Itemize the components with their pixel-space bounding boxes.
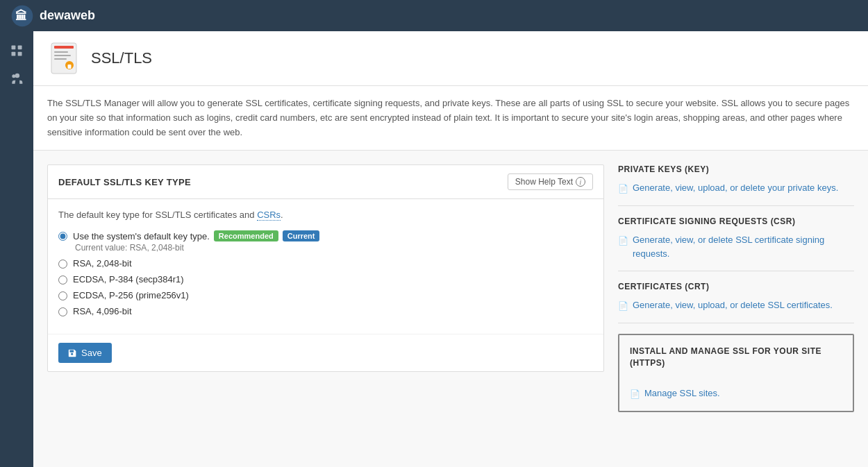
csr-link-text: Generate, view, or delete SSL certificat…	[633, 233, 854, 260]
right-section-install-ssl: INSTALL AND MANAGE SSL FOR YOUR SITE (HT…	[618, 334, 854, 412]
sidebar	[0, 31, 33, 467]
radio-input-ecdsa256[interactable]	[58, 291, 67, 300]
radio-input-rsa4096[interactable]	[58, 307, 67, 316]
main-content: SSL/TLS The SSL/TLS Manager will allow y…	[33, 31, 868, 467]
right-section-crt: CERTIFICATES (CRT) Generate, view, uploa…	[618, 271, 854, 323]
card-desc-before: The default key type for SSL/TLS certifi…	[58, 210, 257, 220]
radio-text-rsa2048: RSA, 2,048-bit	[73, 258, 132, 269]
radio-label-text-default: Use the system's default key type. Recom…	[73, 230, 319, 241]
crt-title: CERTIFICATES (CRT)	[618, 282, 854, 291]
radio-label-default[interactable]: Use the system's default key type. Recom…	[58, 230, 593, 241]
logo-text: dewaweb	[40, 8, 95, 23]
radio-group: Use the system's default key type. Recom…	[58, 230, 593, 316]
show-help-label: Show Help Text	[515, 177, 573, 187]
radio-option-default: Use the system's default key type. Recom…	[58, 230, 593, 253]
save-icon	[68, 348, 77, 357]
page-title: SSL/TLS	[91, 49, 152, 67]
svg-rect-5	[18, 52, 22, 56]
right-panel: PRIVATE KEYS (KEY) Generate, view, uploa…	[618, 164, 854, 412]
content-area: DEFAULT SSL/TLS KEY TYPE Show Help Text …	[33, 151, 868, 426]
crt-link[interactable]: Generate, view, upload, or delete SSL ce…	[618, 298, 854, 312]
svg-rect-2	[12, 46, 16, 50]
private-keys-title: PRIVATE KEYS (KEY)	[618, 164, 854, 174]
main-panel: DEFAULT SSL/TLS KEY TYPE Show Help Text …	[47, 164, 604, 412]
svg-rect-9	[54, 55, 71, 56]
svg-rect-3	[18, 46, 22, 50]
csr-link[interactable]: CSRs	[257, 210, 281, 221]
svg-text:🏛: 🏛	[15, 8, 27, 22]
svg-rect-7	[54, 46, 74, 49]
badge-current: Current	[283, 230, 320, 241]
card-description: The default key type for SSL/TLS certifi…	[58, 210, 593, 220]
radio-option-rsa2048[interactable]: RSA, 2,048-bit	[58, 258, 593, 269]
sidebar-item-users[interactable]	[4, 67, 29, 92]
save-button[interactable]: Save	[58, 343, 112, 363]
radio-text-ecdsa256: ECDSA, P-256 (prime256v1)	[73, 290, 189, 300]
logo: 🏛 dewaweb	[10, 4, 95, 28]
radio-input-default[interactable]	[58, 232, 67, 241]
card-header: DEFAULT SSL/TLS KEY TYPE Show Help Text …	[48, 165, 603, 199]
default-key-type-card: DEFAULT SSL/TLS KEY TYPE Show Help Text …	[47, 164, 604, 372]
crt-doc-icon	[618, 300, 628, 312]
show-help-button[interactable]: Show Help Text i	[508, 173, 593, 190]
sidebar-item-apps[interactable]	[4, 38, 29, 63]
radio-text-default: Use the system's default key type.	[73, 231, 210, 241]
manage-ssl-doc-icon	[630, 388, 640, 400]
svg-rect-12	[68, 65, 72, 69]
right-section-csr: CERTIFICATE SIGNING REQUESTS (CSR) Gener…	[618, 206, 854, 271]
page-icon	[47, 42, 81, 75]
radio-text-rsa4096: RSA, 4,096-bit	[73, 306, 132, 316]
private-keys-doc-icon	[618, 182, 628, 195]
card-title: DEFAULT SSL/TLS KEY TYPE	[58, 177, 191, 187]
manage-ssl-link-text: Manage SSL sites.	[644, 387, 720, 400]
radio-option-rsa4096[interactable]: RSA, 4,096-bit	[58, 306, 593, 316]
save-label: Save	[81, 348, 102, 358]
card-desc-after: .	[281, 210, 283, 220]
crt-link-text: Generate, view, upload, or delete SSL ce…	[633, 298, 833, 312]
radio-input-rsa2048[interactable]	[58, 260, 67, 269]
private-keys-link[interactable]: Generate, view, upload, or delete your p…	[618, 181, 854, 195]
install-ssl-title: INSTALL AND MANAGE SSL FOR YOUR SITE (HT…	[630, 346, 842, 369]
radio-option-ecdsa256[interactable]: ECDSA, P-256 (prime256v1)	[58, 290, 593, 300]
csr-title: CERTIFICATE SIGNING REQUESTS (CSR)	[618, 216, 854, 226]
card-body: The default key type for SSL/TLS certifi…	[48, 199, 603, 327]
page-description: The SSL/TLS Manager will allow you to ge…	[33, 86, 868, 151]
current-value-text: Current value: RSA, 2,048-bit	[75, 243, 593, 253]
svg-rect-10	[54, 58, 67, 60]
right-section-private-keys: PRIVATE KEYS (KEY) Generate, view, uploa…	[618, 164, 854, 206]
private-keys-link-text: Generate, view, upload, or delete your p…	[633, 181, 838, 195]
badge-recommended: Recommended	[214, 230, 278, 241]
csr-doc-icon	[618, 235, 628, 247]
csr-link-item[interactable]: Generate, view, or delete SSL certificat…	[618, 233, 854, 260]
svg-rect-4	[12, 52, 16, 56]
card-footer: Save	[48, 334, 603, 371]
manage-ssl-link[interactable]: Manage SSL sites.	[630, 387, 842, 400]
info-icon: i	[576, 177, 585, 187]
topbar: 🏛 dewaweb	[0, 0, 868, 31]
radio-option-ecdsa384[interactable]: ECDSA, P-384 (secp384r1)	[58, 274, 593, 285]
svg-rect-8	[54, 51, 68, 53]
radio-text-ecdsa384: ECDSA, P-384 (secp384r1)	[73, 274, 184, 285]
page-header: SSL/TLS	[33, 31, 868, 86]
radio-input-ecdsa384[interactable]	[58, 275, 67, 285]
